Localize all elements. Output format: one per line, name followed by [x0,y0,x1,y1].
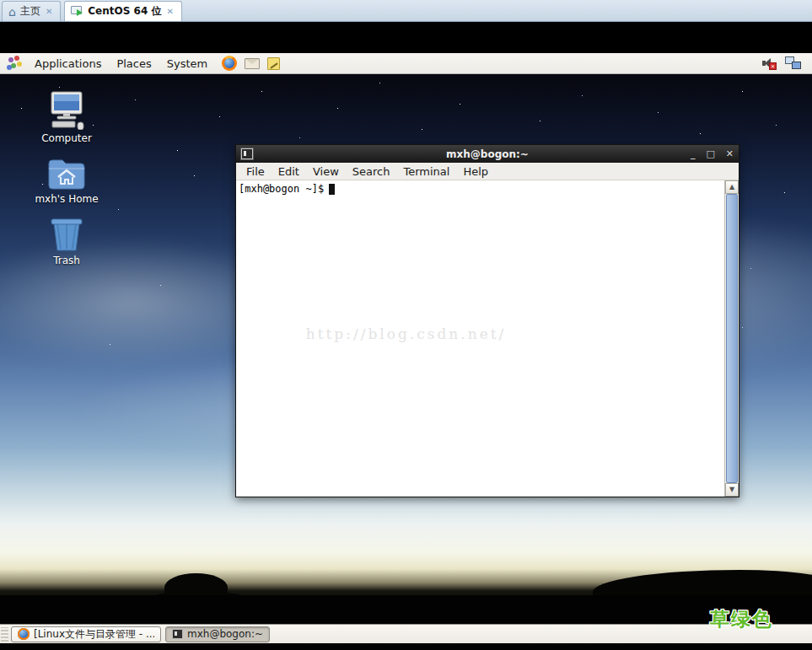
gnome-panel: Applications Places System ✕ [0,53,812,74]
email-icon[interactable] [245,58,260,69]
terminal-prompt: [mxh@bogon ~]$ [239,183,324,195]
terminal-scrollbar[interactable]: ▲ ▼ [724,180,739,497]
taskbar: [Linux文件与目录管理 - ... mxh@bogon:~ [0,624,812,643]
taskbar-window-label: [Linux文件与目录管理 - ... [34,627,154,642]
terminal-window-icon [241,148,253,159]
vm-tab-bar: ⌂ 主页 ✕ CentOS 64 位 ✕ [0,0,812,22]
close-icon[interactable]: ✕ [45,7,53,16]
csdn-watermark: http://blog.csdn.net/ [306,325,507,342]
ground-silhouette [0,595,812,624]
vm-tab-home[interactable]: ⌂ 主页 ✕ [2,1,61,21]
home-folder-icon [31,150,102,191]
close-icon[interactable]: ✕ [726,149,734,158]
desktop-icon-trash[interactable]: Trash [31,212,102,266]
home-icon: ⌂ [8,6,16,18]
scroll-up-icon[interactable]: ▲ [725,180,739,194]
vm-screen-letterbox-top [0,22,812,53]
menu-view[interactable]: View [306,164,346,180]
volume-muted-icon[interactable]: ✕ [761,56,777,70]
menu-help[interactable]: Help [456,164,495,180]
panel-launchers [222,56,280,71]
terminal-title: mxh@bogon:~ [236,148,739,160]
trash-icon [31,212,102,252]
vm-tab-centos-label: CentOS 64 位 [88,4,161,19]
desktop-icon-label: Computer [31,132,102,144]
network-icon[interactable] [785,56,802,71]
desktop-icon-label: mxh's Home [31,193,102,205]
firefox-icon [18,628,30,640]
terminal-cursor [329,184,335,195]
panel-tray: ✕ [761,56,802,71]
notes-icon[interactable] [267,57,280,70]
desktop-icon-computer[interactable]: Computer [31,89,102,144]
gnome-foot-icon[interactable] [7,56,22,71]
vm-play-icon [71,6,83,17]
vm-console-page: ⌂ 主页 ✕ CentOS 64 位 ✕ Applications Places… [0,0,812,650]
desktop-icon-home[interactable]: mxh's Home [31,150,102,205]
window-controls: _ □ ✕ [691,149,734,158]
taskbar-window-terminal[interactable]: mxh@bogon:~ [165,626,270,642]
stars-decoration [0,74,1,75]
firefox-icon[interactable] [222,56,237,71]
scroll-down-icon[interactable]: ▼ [725,483,739,497]
vm-screen-letterbox-bottom [0,643,812,650]
terminal-prompt-line: [mxh@bogon ~]$ [236,180,739,195]
menu-edit[interactable]: Edit [272,164,306,180]
scrollbar-thumb[interactable] [726,194,738,483]
menu-search[interactable]: Search [346,164,397,180]
vm-tab-home-label: 主页 [20,4,40,19]
terminal-titlebar[interactable]: mxh@bogon:~ _ □ ✕ [236,145,739,163]
close-icon[interactable]: ✕ [165,7,174,16]
taskbar-window-firefox[interactable]: [Linux文件与目录管理 - ... [11,626,161,642]
minimize-icon[interactable]: _ [691,149,696,158]
menu-applications[interactable]: Applications [27,55,109,73]
terminal-icon [172,629,183,639]
menu-system[interactable]: System [159,55,215,73]
taskbar-window-label: mxh@bogon:~ [187,628,263,640]
menu-terminal[interactable]: Terminal [396,164,456,180]
green-watermark: 草绿色 [710,606,773,632]
menu-places[interactable]: Places [109,55,159,73]
taskbar-drag-handle[interactable] [1,627,8,642]
terminal-window: mxh@bogon:~ _ □ ✕ File Edit View Search … [235,144,739,497]
vm-tab-centos[interactable]: CentOS 64 位 ✕ [64,1,182,21]
menu-file[interactable]: File [239,164,272,180]
terminal-menubar: File Edit View Search Terminal Help [236,163,739,180]
computer-icon [31,89,102,130]
desktop-icon-label: Trash [31,255,102,266]
maximize-icon[interactable]: □ [706,149,714,158]
